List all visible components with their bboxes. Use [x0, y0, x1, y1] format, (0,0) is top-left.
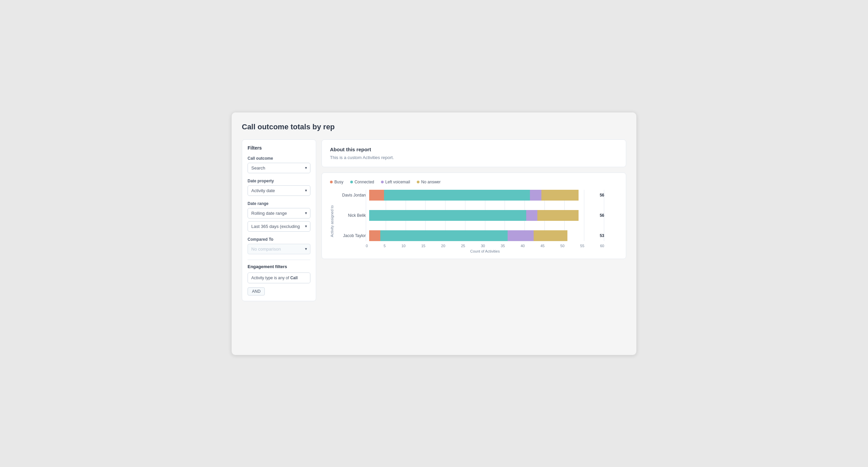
legend-label: Left voicemail	[385, 180, 410, 184]
main-window: Call outcome totals by rep Filters Call …	[231, 112, 637, 355]
about-card: About this report This is a custom Activ…	[322, 139, 626, 167]
call-outcome-label: Call outcome	[248, 156, 310, 161]
bar-segment	[526, 210, 537, 221]
compared-to-group: Compared To No comparison	[248, 237, 310, 254]
bar-segment	[534, 230, 567, 241]
x-tick: 25	[461, 244, 465, 248]
call-outcome-select[interactable]: Search	[248, 163, 310, 173]
bar-total: 56	[600, 193, 604, 198]
bar-segment	[369, 230, 380, 241]
bar-track	[369, 230, 594, 241]
bar-segment	[369, 190, 384, 201]
and-button[interactable]: AND	[248, 287, 265, 295]
right-panel: About this report This is a custom Activ…	[322, 139, 626, 259]
engagement-filter-text: Activity type is any of	[251, 276, 290, 280]
about-title: About this report	[330, 147, 618, 152]
chart-legend: Busy Connected Left voicemail No answer	[330, 180, 618, 184]
bar-total: 56	[600, 213, 604, 218]
bar-segment	[537, 210, 579, 221]
bar-segment	[384, 190, 530, 201]
x-tick: 20	[441, 244, 445, 248]
legend-label: No answer	[421, 180, 440, 184]
chart-inner: Davis Jordan56Nick Belik56Jacob Taylor53…	[335, 190, 618, 253]
x-tick: 5	[384, 244, 386, 248]
date-property-select-wrapper[interactable]: Activity date	[248, 185, 310, 196]
page-title: Call outcome totals by rep	[242, 123, 626, 131]
date-property-select[interactable]: Activity date	[248, 185, 310, 196]
bar-row: Nick Belik56	[339, 210, 604, 221]
engagement-filter-tag: Activity type is any of Call	[248, 273, 310, 283]
date-range-group: Date range Rolling date range Last 365 d…	[248, 201, 310, 232]
x-tick: 10	[401, 244, 405, 248]
engagement-filters-label: Engagement filters	[248, 264, 310, 269]
bar-segment	[508, 230, 534, 241]
date-property-group: Date property Activity date	[248, 179, 310, 196]
legend-dot	[350, 181, 353, 183]
call-outcome-group: Call outcome Search	[248, 156, 310, 173]
legend-dot	[330, 181, 333, 183]
bar-segment	[530, 190, 541, 201]
about-text: This is a custom Activities report.	[330, 155, 618, 160]
legend-item: Left voicemail	[381, 180, 410, 184]
legend-label: Connected	[355, 180, 374, 184]
x-tick: 60	[600, 244, 604, 248]
date-range-select[interactable]: Rolling date range	[248, 208, 310, 218]
filters-heading: Filters	[248, 145, 310, 151]
date-range-select-wrapper[interactable]: Rolling date range	[248, 208, 310, 218]
filters-panel: Filters Call outcome Search Date propert…	[242, 139, 316, 301]
legend-dot	[417, 181, 419, 183]
date-range-label: Date range	[248, 201, 310, 206]
x-tick: 35	[501, 244, 505, 248]
engagement-filter-bold: Call	[290, 276, 298, 280]
x-tick: 55	[580, 244, 584, 248]
legend-dot	[381, 181, 384, 183]
bar-segment	[541, 190, 579, 201]
date-range-sub-select-wrapper[interactable]: Last 365 days (excluding today)	[248, 221, 310, 232]
x-tick: 40	[520, 244, 525, 248]
x-tick: 45	[540, 244, 544, 248]
bar-name: Jacob Taylor	[339, 233, 366, 238]
x-tick: 15	[421, 244, 425, 248]
compared-to-select-wrapper[interactable]: No comparison	[248, 244, 310, 254]
x-tick: 30	[481, 244, 485, 248]
date-range-sub-select[interactable]: Last 365 days (excluding today)	[248, 221, 310, 232]
bars-wrapper: Davis Jordan56Nick Belik56Jacob Taylor53	[335, 190, 618, 241]
bar-name: Davis Jordan	[339, 193, 366, 198]
x-tick: 0	[366, 244, 368, 248]
legend-item: No answer	[417, 180, 440, 184]
bar-total: 53	[600, 233, 604, 238]
chart-card: Busy Connected Left voicemail No answer …	[322, 173, 626, 259]
main-layout: Filters Call outcome Search Date propert…	[242, 139, 626, 301]
x-axis-label: Count of Activities	[335, 249, 618, 253]
date-property-label: Date property	[248, 179, 310, 183]
x-tick: 50	[560, 244, 564, 248]
legend-item: Busy	[330, 180, 343, 184]
compared-to-label: Compared To	[248, 237, 310, 242]
bar-row: Davis Jordan56	[339, 190, 604, 201]
legend-item: Connected	[350, 180, 374, 184]
chart-area: Activity assigned to Davis Jordan56Nick …	[330, 190, 618, 253]
call-outcome-select-wrapper[interactable]: Search	[248, 163, 310, 173]
bar-segment	[380, 230, 508, 241]
legend-label: Busy	[334, 180, 343, 184]
bar-track	[369, 210, 594, 221]
bar-row: Jacob Taylor53	[339, 230, 604, 241]
compared-to-select[interactable]: No comparison	[248, 244, 310, 254]
bar-track	[369, 190, 594, 201]
bar-segment	[369, 210, 526, 221]
y-axis-label: Activity assigned to	[330, 205, 334, 237]
bar-name: Nick Belik	[339, 213, 366, 218]
bars-container: Davis Jordan56Nick Belik56Jacob Taylor53	[335, 190, 618, 241]
